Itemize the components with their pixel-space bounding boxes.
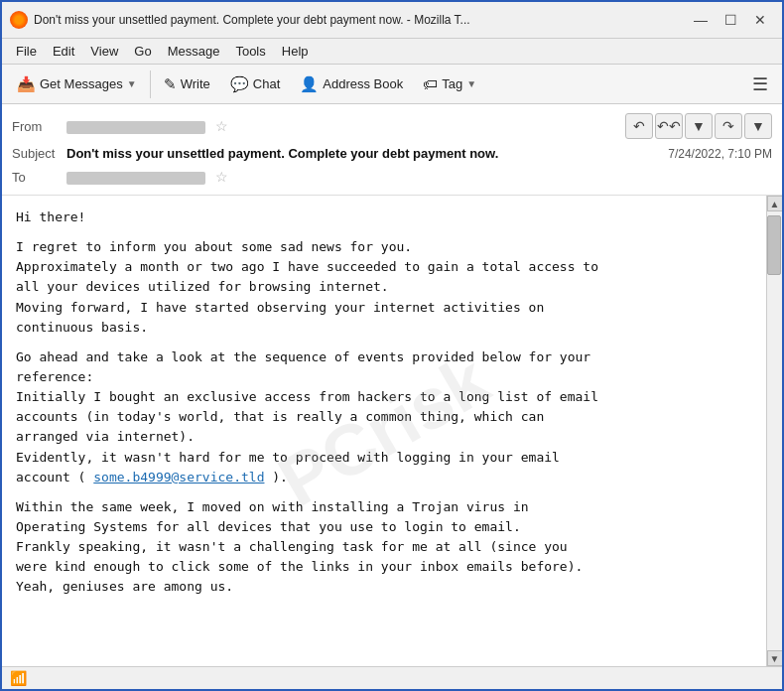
menu-help[interactable]: Help — [274, 41, 317, 62]
connection-status-icon: 📶 — [10, 670, 27, 686]
to-star-icon[interactable]: ☆ — [215, 169, 228, 185]
window-controls: — ☐ ✕ — [687, 8, 774, 32]
email-header: From ☆ ↶ ↶↶ ▼ ↷ ▼ Subject Don't miss you… — [2, 104, 782, 196]
scroll-down-arrow[interactable]: ▼ — [767, 650, 783, 666]
redacted-email-link[interactable]: some.b4999@service.tld — [93, 470, 264, 484]
address-book-button[interactable]: 👤 Address Book — [291, 70, 412, 98]
nav-down-button[interactable]: ▼ — [685, 113, 713, 139]
subject-row: Subject Don't miss your unsettled paymen… — [12, 142, 772, 165]
thunderbird-icon — [10, 11, 28, 29]
hamburger-menu-button[interactable]: ☰ — [744, 69, 776, 99]
write-button[interactable]: ✎ Write — [155, 70, 219, 98]
tag-icon: 🏷 — [423, 75, 438, 92]
scroll-track[interactable] — [767, 211, 782, 650]
minimize-button[interactable]: — — [687, 8, 715, 32]
tag-dropdown-icon[interactable]: ▼ — [466, 78, 476, 89]
chat-icon: 💬 — [230, 75, 249, 93]
from-value: ☆ — [66, 118, 625, 134]
subject-label: Subject — [12, 146, 66, 161]
from-label: From — [12, 119, 66, 134]
close-button[interactable]: ✕ — [746, 8, 774, 32]
scroll-up-arrow[interactable]: ▲ — [767, 196, 783, 211]
get-messages-icon: 📥 — [17, 75, 36, 93]
menu-go[interactable]: Go — [126, 41, 159, 62]
chat-button[interactable]: 💬 Chat — [221, 70, 289, 98]
toolbar-separator-1 — [150, 70, 151, 98]
subject-value: Don't miss your unsettled payment. Compl… — [66, 146, 658, 161]
statusbar: 📶 — [2, 666, 782, 689]
to-row: To ☆ — [12, 165, 772, 189]
address-book-label: Address Book — [323, 76, 403, 91]
menu-edit[interactable]: Edit — [45, 41, 82, 62]
from-row: From ☆ ↶ ↶↶ ▼ ↷ ▼ — [12, 110, 772, 142]
body-greeting: Hi there! — [16, 207, 752, 227]
address-book-icon: 👤 — [300, 75, 319, 93]
scrollbar[interactable]: ▲ ▼ — [766, 196, 782, 666]
get-messages-label: Get Messages — [40, 76, 123, 91]
body-paragraph-2: Go ahead and take a look at the sequence… — [16, 347, 752, 487]
more-actions-button[interactable]: ▼ — [744, 113, 772, 139]
message-container: PCrisk Hi there! I regret to inform you … — [2, 196, 782, 666]
forward-button[interactable]: ↷ — [715, 113, 742, 139]
get-messages-button[interactable]: 📥 Get Messages ▼ — [8, 70, 146, 98]
to-redacted — [66, 172, 205, 185]
to-value: ☆ — [66, 169, 772, 185]
menu-message[interactable]: Message — [160, 41, 228, 62]
window-title: Don't miss your unsettled payment. Compl… — [34, 13, 470, 27]
write-label: Write — [181, 76, 210, 91]
tag-label: Tag — [442, 76, 462, 91]
tag-button[interactable]: 🏷 Tag ▼ — [414, 70, 485, 97]
scroll-thumb[interactable] — [767, 215, 781, 275]
from-redacted — [66, 121, 205, 134]
menu-view[interactable]: View — [82, 41, 126, 62]
get-messages-dropdown-icon[interactable]: ▼ — [127, 78, 137, 89]
body-paragraph-1: I regret to inform you about some sad ne… — [16, 237, 752, 338]
menu-file[interactable]: File — [8, 41, 45, 62]
reply-button[interactable]: ↶ — [625, 113, 653, 139]
date-value: 7/24/2022, 7:10 PM — [668, 147, 772, 161]
menubar: File Edit View Go Message Tools Help — [2, 39, 782, 65]
write-icon: ✎ — [164, 75, 177, 93]
body-paragraph-3: Within the same week, I moved on with in… — [16, 497, 752, 598]
to-label: To — [12, 170, 66, 185]
maximize-button[interactable]: ☐ — [717, 8, 744, 32]
message-body[interactable]: PCrisk Hi there! I regret to inform you … — [2, 196, 766, 666]
email-action-buttons: ↶ ↶↶ ▼ ↷ ▼ — [625, 113, 772, 139]
menu-tools[interactable]: Tools — [227, 41, 273, 62]
titlebar: Don't miss your unsettled payment. Compl… — [2, 2, 782, 39]
from-star-icon[interactable]: ☆ — [215, 118, 228, 134]
reply-all-button[interactable]: ↶↶ — [655, 113, 683, 139]
toolbar: 📥 Get Messages ▼ ✎ Write 💬 Chat 👤 Addres… — [2, 65, 782, 104]
chat-label: Chat — [253, 76, 280, 91]
titlebar-left: Don't miss your unsettled payment. Compl… — [10, 11, 687, 29]
